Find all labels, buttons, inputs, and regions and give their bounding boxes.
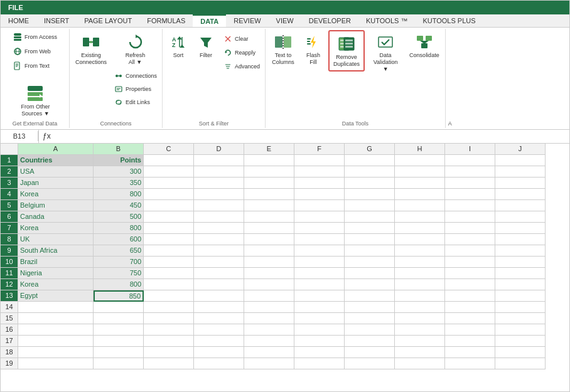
row-header-10[interactable]: 10 [1,257,18,268]
cell-g2[interactable] [345,166,395,177]
row-header-11[interactable]: 11 [1,268,18,279]
from-web-button[interactable]: From Web [9,45,60,58]
sort-button[interactable]: A Z Sort [165,30,191,61]
cell-b4[interactable]: 800 [94,189,144,200]
cell-f5[interactable] [294,200,345,211]
col-header-f[interactable]: F [294,144,345,155]
cell-c13[interactable] [144,290,194,302]
cell-a9[interactable]: South Africa [18,245,94,257]
col-header-c[interactable]: C [144,144,194,155]
cell-d9[interactable] [194,245,244,257]
cell-a14[interactable] [18,302,94,313]
cell-d7[interactable] [194,223,244,234]
cell-i3[interactable] [445,177,495,189]
cell-c19[interactable] [144,358,194,369]
cell-i12[interactable] [445,279,495,290]
cell-j14[interactable] [495,302,546,313]
cell-g10[interactable] [345,257,395,268]
col-header-h[interactable]: H [395,144,445,155]
cell-j8[interactable] [495,234,546,245]
cell-j11[interactable] [495,268,546,279]
cell-b9[interactable]: 650 [94,245,144,257]
cell-f19[interactable] [294,358,345,369]
cell-a4[interactable]: Korea [18,189,94,200]
tab-kutools[interactable]: KUTOOLS ™ [358,14,415,27]
cell-a5[interactable]: Belgium [18,200,94,211]
cell-a6[interactable]: Canada [18,211,94,223]
cell-j6[interactable] [495,211,546,223]
cell-g8[interactable] [345,234,395,245]
cell-e4[interactable] [244,189,294,200]
row-header-18[interactable]: 18 [1,347,18,358]
cell-b7[interactable]: 800 [94,223,144,234]
cell-d18[interactable] [194,347,244,358]
row-header-16[interactable]: 16 [1,324,18,336]
cell-g17[interactable] [345,336,395,347]
row-header-13[interactable]: 13 [1,290,18,302]
flash-fill-button[interactable]: FlashFill [300,30,326,68]
cell-j13[interactable] [495,290,546,302]
tab-view[interactable]: VIEW [269,14,301,27]
cell-g6[interactable] [345,211,395,223]
col-header-i[interactable]: I [445,144,495,155]
cell-b16[interactable] [94,324,144,336]
cell-e12[interactable] [244,279,294,290]
cell-c1[interactable] [144,155,194,166]
text-to-columns-button[interactable]: Text toColumns [268,30,298,68]
cell-f11[interactable] [294,268,345,279]
tab-insert[interactable]: INSERT [36,14,77,27]
cell-i9[interactable] [445,245,495,257]
cell-c7[interactable] [144,223,194,234]
cell-c11[interactable] [144,268,194,279]
cell-e18[interactable] [244,347,294,358]
cell-d15[interactable] [194,313,244,324]
cell-a17[interactable] [18,336,94,347]
cell-e15[interactable] [244,313,294,324]
row-header-19[interactable]: 19 [1,358,18,369]
row-header-12[interactable]: 12 [1,279,18,290]
cell-e7[interactable] [244,223,294,234]
cell-a7[interactable]: Korea [18,223,94,234]
cell-c8[interactable] [144,234,194,245]
reapply-button[interactable]: Reapply [220,46,262,59]
from-text-button[interactable]: From Text [9,59,60,73]
cell-f15[interactable] [294,313,345,324]
cell-d8[interactable] [194,234,244,245]
clear-button[interactable]: Clear [220,33,262,45]
cell-e16[interactable] [244,324,294,336]
tab-developer[interactable]: DEVELOPER [301,14,358,27]
cell-g15[interactable] [345,313,395,324]
cell-f6[interactable] [294,211,345,223]
cell-c9[interactable] [144,245,194,257]
cell-i15[interactable] [445,313,495,324]
cell-i4[interactable] [445,189,495,200]
from-access-button[interactable]: From Access [9,30,60,44]
cell-c12[interactable] [144,279,194,290]
cell-b1[interactable]: Points [94,155,144,166]
cell-d19[interactable] [194,358,244,369]
cell-j4[interactable] [495,189,546,200]
col-header-d[interactable]: D [194,144,244,155]
row-header-2[interactable]: 2 [1,166,18,177]
cell-c10[interactable] [144,257,194,268]
cell-j18[interactable] [495,347,546,358]
cell-a10[interactable]: Brazil [18,257,94,268]
cell-h6[interactable] [395,211,445,223]
cell-h7[interactable] [395,223,445,234]
cell-e17[interactable] [244,336,294,347]
cell-c18[interactable] [144,347,194,358]
cell-b15[interactable] [94,313,144,324]
cell-h19[interactable] [395,358,445,369]
tab-kutools-plus[interactable]: KUTOOLS PLUS [415,14,483,27]
cell-h11[interactable] [395,268,445,279]
cell-c4[interactable] [144,189,194,200]
cell-g13[interactable] [345,290,395,302]
cell-e14[interactable] [244,302,294,313]
cell-i11[interactable] [445,268,495,279]
cell-h18[interactable] [395,347,445,358]
col-header-b[interactable]: B [94,144,144,155]
cell-c14[interactable] [144,302,194,313]
tab-data[interactable]: DATA [193,14,226,27]
cell-a13[interactable]: Egypt [18,290,94,302]
cell-i19[interactable] [445,358,495,369]
